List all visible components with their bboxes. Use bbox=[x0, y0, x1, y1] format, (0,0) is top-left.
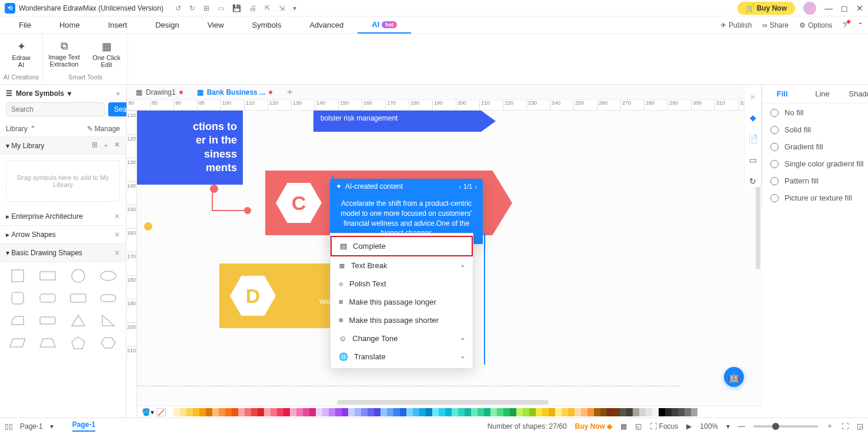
edraw-ai-button[interactable]: ✦Edraw AI bbox=[0, 36, 42, 68]
user-avatar-icon[interactable] bbox=[803, 2, 816, 15]
save-icon[interactable]: 💾 bbox=[232, 4, 241, 12]
color-swatch[interactable] bbox=[355, 408, 361, 416]
collapse-left-icon[interactable]: « bbox=[116, 89, 120, 98]
prev-icon[interactable]: ‹ bbox=[459, 183, 461, 190]
color-swatch[interactable] bbox=[296, 408, 303, 416]
color-swatch[interactable] bbox=[277, 408, 283, 416]
color-swatch[interactable] bbox=[587, 408, 594, 416]
color-swatch[interactable] bbox=[503, 408, 510, 416]
undo-icon[interactable]: ↺ bbox=[175, 4, 181, 12]
cat-enterprise[interactable]: ▸ Enterprise Architecture✕ bbox=[0, 208, 126, 226]
new-icon[interactable]: ⊞ bbox=[203, 4, 209, 12]
my-library-section[interactable]: ▾ My Library ⊞＋✕ bbox=[0, 136, 126, 155]
color-swatch[interactable] bbox=[193, 408, 199, 416]
page-label-left[interactable]: Page-1 bbox=[20, 422, 43, 430]
color-swatch[interactable] bbox=[510, 408, 516, 416]
connector-dot-yellow[interactable] bbox=[144, 222, 152, 231]
color-swatch[interactable] bbox=[490, 408, 497, 416]
color-swatch[interactable] bbox=[439, 408, 445, 416]
color-swatch[interactable] bbox=[361, 408, 368, 416]
add-tab-button[interactable]: ＋ bbox=[279, 86, 301, 98]
fill-radio[interactable] bbox=[770, 126, 779, 134]
shape-blue-title[interactable]: ctions to er in the siness ments bbox=[137, 111, 243, 185]
fill-opt-1[interactable]: Solid fill bbox=[770, 125, 868, 134]
color-swatch[interactable] bbox=[613, 408, 620, 416]
color-swatch[interactable] bbox=[633, 408, 639, 416]
cat-basic[interactable]: ▾ Basic Drawing Shapes✕ bbox=[0, 244, 126, 262]
fill-radio[interactable] bbox=[770, 160, 779, 168]
options-button[interactable]: ⚙ Options bbox=[799, 21, 832, 29]
buy-now-button[interactable]: 🛒 Buy Now bbox=[737, 2, 795, 15]
color-swatch[interactable] bbox=[432, 408, 439, 416]
color-swatch[interactable] bbox=[335, 408, 342, 416]
color-swatch[interactable] bbox=[652, 408, 659, 416]
history-tab-icon[interactable]: ↻ bbox=[747, 175, 759, 187]
color-swatch[interactable] bbox=[251, 408, 258, 416]
zoom-slider[interactable] bbox=[753, 425, 818, 428]
grid-icon[interactable]: ▦ bbox=[620, 422, 627, 430]
color-swatch[interactable] bbox=[594, 408, 600, 416]
focus-button[interactable]: ⛶ Focus bbox=[650, 422, 678, 430]
color-swatch[interactable] bbox=[607, 408, 613, 416]
color-swatch[interactable] bbox=[659, 408, 665, 416]
color-swatch[interactable] bbox=[225, 408, 232, 416]
color-swatch[interactable] bbox=[452, 408, 458, 416]
fill-opt-0[interactable]: No fill bbox=[770, 108, 868, 117]
color-swatch[interactable] bbox=[238, 408, 245, 416]
menu-advanced[interactable]: Advanced bbox=[295, 16, 358, 34]
color-swatch[interactable] bbox=[232, 408, 238, 416]
color-swatch[interactable] bbox=[581, 408, 587, 416]
menu-insert[interactable]: Insert bbox=[94, 16, 142, 34]
color-swatch[interactable] bbox=[322, 408, 329, 416]
color-swatch[interactable] bbox=[523, 408, 529, 416]
ai-menu-change-tone[interactable]: ☺Change Tone▸ bbox=[330, 329, 473, 348]
color-swatch[interactable] bbox=[368, 408, 374, 416]
minimize-icon[interactable]: — bbox=[824, 4, 833, 13]
color-swatch[interactable] bbox=[445, 408, 452, 416]
shape-rounded-rect[interactable] bbox=[34, 288, 62, 308]
fill-opt-2[interactable]: Gradient fill bbox=[770, 142, 868, 151]
color-swatch[interactable] bbox=[406, 408, 413, 416]
canvas[interactable]: ctions to er in the siness ments bolster… bbox=[137, 111, 762, 418]
color-swatch[interactable] bbox=[219, 408, 225, 416]
color-swatch[interactable] bbox=[536, 408, 542, 416]
fit-page-icon[interactable]: ⛶ bbox=[842, 422, 849, 430]
color-swatch[interactable] bbox=[186, 408, 193, 416]
open-icon[interactable]: ▭ bbox=[218, 4, 224, 12]
publish-button[interactable]: ✈ Publish bbox=[720, 21, 752, 29]
menu-design[interactable]: Design bbox=[141, 16, 193, 34]
fill-radio[interactable] bbox=[770, 143, 779, 151]
color-swatch[interactable] bbox=[387, 408, 393, 416]
zoom-in-icon[interactable]: ＋ bbox=[826, 421, 833, 431]
menu-file[interactable]: File bbox=[5, 16, 45, 34]
zoom-out-icon[interactable]: — bbox=[738, 422, 745, 430]
color-swatch[interactable] bbox=[555, 408, 562, 416]
color-swatch[interactable] bbox=[316, 408, 322, 416]
color-swatch[interactable] bbox=[529, 408, 536, 416]
fill-radio[interactable] bbox=[770, 177, 779, 185]
color-swatch[interactable] bbox=[199, 408, 206, 416]
color-swatch[interactable] bbox=[426, 408, 432, 416]
text-tab-icon[interactable]: 📄 bbox=[747, 133, 759, 145]
ai-menu-polish-text[interactable]: ⟐Polish Text bbox=[330, 275, 473, 293]
layout-tab-icon[interactable]: ▭ bbox=[747, 154, 759, 166]
redo-icon[interactable]: ↻ bbox=[189, 4, 195, 12]
menu-ai[interactable]: AIhot bbox=[358, 16, 411, 34]
color-swatch[interactable] bbox=[568, 408, 575, 416]
color-swatch[interactable] bbox=[600, 408, 607, 416]
expand-right-icon[interactable]: » bbox=[747, 91, 759, 102]
ai-menu-text-break[interactable]: ≣Text Break▸ bbox=[330, 256, 473, 275]
paint-bucket-icon[interactable]: 🪣▾ bbox=[142, 408, 154, 416]
dropdown-icon[interactable]: ▾ bbox=[293, 4, 296, 12]
color-swatch[interactable] bbox=[173, 408, 180, 416]
color-swatch[interactable] bbox=[685, 408, 691, 416]
ai-assistant-fab[interactable]: 🤖 bbox=[724, 367, 744, 387]
ai-menu-complete[interactable]: ▤Complete bbox=[330, 236, 473, 256]
zoom-dropdown-icon[interactable]: ▾ bbox=[726, 422, 730, 430]
ai-menu-translate[interactable]: 🌐Translate▸ bbox=[330, 348, 473, 366]
color-swatch[interactable] bbox=[549, 408, 555, 416]
shape-trapezoid[interactable] bbox=[34, 333, 62, 353]
fill-radio[interactable] bbox=[770, 194, 779, 202]
manage-button[interactable]: ✎ Manage bbox=[87, 125, 120, 133]
menu-symbols[interactable]: Symbols bbox=[238, 16, 296, 34]
